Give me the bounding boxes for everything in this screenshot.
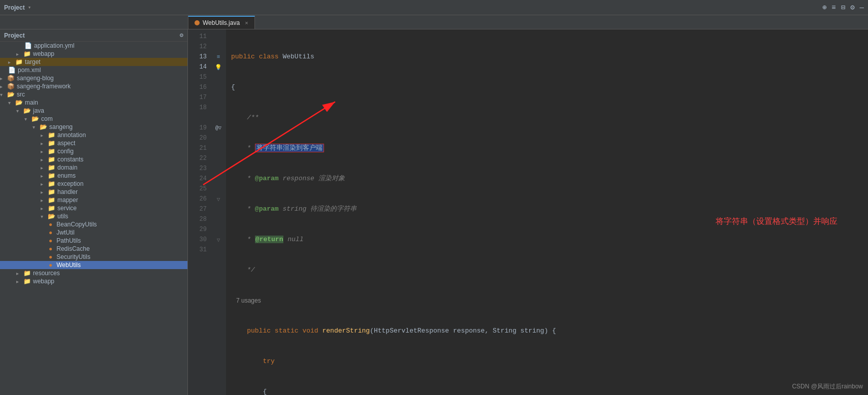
java-class-icon: ● <box>49 229 52 236</box>
title-bar-icons: ⊕ ≡ ⊟ ⚙ — <box>822 3 864 12</box>
tree-item-securityutils[interactable]: ● SecurityUtils <box>0 253 187 261</box>
tree-item-sangeng-framework[interactable]: ▸ 📦 sangeng-framework <box>0 82 187 90</box>
arrow-icon: ▸ <box>41 173 48 179</box>
editor-area: 11 12 13 14 15 16 17 18 19 20 21 22 23 2… <box>188 29 868 395</box>
usages-line: 7 usages <box>231 295 868 306</box>
split-icon[interactable]: ⊟ <box>841 3 845 12</box>
tree-item-enums[interactable]: ▸ 📁 enums <box>0 172 187 180</box>
tab-dot-icon <box>195 20 200 25</box>
folder-icon: 📁 <box>23 278 31 285</box>
tree-item-jwtutil[interactable]: ● JwtUtil <box>0 228 187 237</box>
folder-icon: 📁 <box>48 131 55 139</box>
tree-item-constants[interactable]: ▸ 📁 constants <box>0 155 187 163</box>
java-class-icon: ● <box>49 253 52 260</box>
tree-item-com[interactable]: ▾ 📂 com <box>0 115 187 123</box>
main-layout: Project ⚙ 📄 application.yml ▸ 📁 webapp ▸… <box>0 29 868 395</box>
layout-icon[interactable]: ⊕ <box>822 3 826 12</box>
sidebar-settings-icon[interactable]: ⚙ <box>180 31 183 39</box>
folder-open-icon: 📂 <box>15 99 23 106</box>
title-bar: Project ▾ ⊕ ≡ ⊟ ⚙ — <box>0 0 868 15</box>
folder-icon: 📁 <box>48 148 55 155</box>
folder-icon: 📦 <box>7 75 15 82</box>
code-line-16: * @param string 待渲染的字符串 <box>231 204 868 214</box>
tree-item-exception[interactable]: ▸ 📁 exception <box>0 180 187 188</box>
settings-icon[interactable]: ⚙ <box>850 3 854 12</box>
arrow-icon: ▸ <box>0 84 7 89</box>
arrow-icon: ▸ <box>41 198 48 203</box>
folder-open-icon: 📂 <box>48 213 55 220</box>
folder-icon: 📁 <box>48 196 55 204</box>
tab-close-button[interactable]: × <box>245 20 248 26</box>
folder-icon: 📁 <box>23 270 31 277</box>
arrow-icon: ▸ <box>16 51 23 57</box>
folder-open-icon: 📂 <box>40 123 47 130</box>
arrow-icon: ▸ <box>41 189 48 195</box>
arrow-icon: ▸ <box>41 133 48 138</box>
code-content[interactable]: public class WebUtils { /** * 将字符串渲染到客户端… <box>226 29 868 395</box>
tab-label: WebUtils.java <box>203 19 240 26</box>
sidebar: Project ⚙ 📄 application.yml ▸ 📁 webapp ▸… <box>0 29 188 395</box>
code-line-19: public static void renderString(HttpServ… <box>231 326 868 336</box>
tree-item-beancopyutils[interactable]: ● BeanCopyUtils <box>0 220 187 228</box>
tree-item-domain[interactable]: ▸ 📁 domain <box>0 163 187 172</box>
project-label: Project <box>4 4 25 11</box>
arrow-icon: ▸ <box>16 271 23 276</box>
tree-item-pomxml[interactable]: 📄 pom.xml <box>0 66 187 74</box>
arrow-icon: ▸ <box>41 206 48 211</box>
sidebar-title: Project <box>4 32 25 39</box>
folder-icon: 📁 <box>48 205 55 212</box>
code-container: 11 12 13 14 15 16 17 18 19 20 21 22 23 2… <box>188 29 868 395</box>
arrow-icon: ▾ <box>24 116 31 122</box>
tree-item-handler[interactable]: ▸ 📁 handler <box>0 188 187 196</box>
java-class-icon: ● <box>49 245 52 252</box>
tree-item-config[interactable]: ▸ 📁 config <box>0 147 187 155</box>
tree-item-webapp-root[interactable]: ▸ 📁 webapp <box>0 50 187 58</box>
code-line-11: public class WebUtils <box>231 52 868 62</box>
java-class-icon: ● <box>49 221 52 228</box>
folder-icon: 📁 <box>48 156 55 163</box>
code-line-17: * @return null <box>231 235 868 245</box>
arrow-icon: ▾ <box>33 124 40 130</box>
folder-open-icon: 📂 <box>31 115 39 122</box>
tree-item-webapp-src[interactable]: ▸ 📁 webapp <box>0 277 187 285</box>
minimize-icon[interactable]: — <box>860 4 864 12</box>
tree-item-annotation[interactable]: ▸ 📁 annotation <box>0 131 187 139</box>
arrow-icon: ▾ <box>41 214 48 219</box>
arrow-icon: ▸ <box>41 165 48 171</box>
tree-item-mapper[interactable]: ▸ 📁 mapper <box>0 196 187 204</box>
folder-open-icon: 📂 <box>23 107 31 114</box>
tree-item-main[interactable]: ▾ 📂 main <box>0 98 187 107</box>
tree-item-rediscache[interactable]: ● RedisCache <box>0 245 187 253</box>
tree-item-src[interactable]: ▾ 📂 src <box>0 90 187 98</box>
tree-item-target[interactable]: ▸ 📁 target <box>0 58 187 66</box>
arrow-icon: ▾ <box>8 100 15 106</box>
arrow-icon: ▸ <box>41 157 48 162</box>
xml-icon: 📄 <box>8 67 16 74</box>
list-icon[interactable]: ≡ <box>831 4 835 12</box>
xml-icon: 📄 <box>24 42 32 49</box>
tree-item-utils[interactable]: ▾ 📂 utils <box>0 212 187 220</box>
arrow-icon: ▸ <box>41 141 48 146</box>
tree-item-aspect[interactable]: ▸ 📁 aspect <box>0 139 187 147</box>
code-line-18: */ <box>231 265 868 275</box>
tree-item-java[interactable]: ▾ 📂 java <box>0 107 187 115</box>
code-line-15: * @param response 渲染对象 <box>231 174 868 184</box>
tab-webutils[interactable]: WebUtils.java × <box>188 16 255 29</box>
tree-item-applicationyml[interactable]: 📄 application.yml <box>0 42 187 50</box>
arrow-icon: ▸ <box>41 149 48 154</box>
tree-item-service[interactable]: ▸ 📁 service <box>0 204 187 212</box>
tree-item-webutils[interactable]: ● WebUtils <box>0 261 187 269</box>
tree-item-pathutils[interactable]: ● PathUtils <box>0 237 187 245</box>
tree-item-sangeng[interactable]: ▾ 📂 sangeng <box>0 123 187 131</box>
tree-item-resources[interactable]: ▸ 📁 resources <box>0 269 187 277</box>
folder-open-icon: 📂 <box>7 91 15 98</box>
tree-item-sangeng-blog[interactable]: ▸ 📦 sangeng-blog <box>0 74 187 82</box>
folder-icon: 📁 <box>48 180 55 187</box>
java-class-icon: ● <box>49 261 52 269</box>
code-line-20: try <box>231 356 868 367</box>
code-line-21: { <box>231 387 868 395</box>
java-class-icon: ● <box>49 237 52 244</box>
arrow-icon: ▸ <box>0 76 7 81</box>
folder-icon: 📁 <box>48 188 55 195</box>
sidebar-header: Project ⚙ <box>0 29 187 42</box>
